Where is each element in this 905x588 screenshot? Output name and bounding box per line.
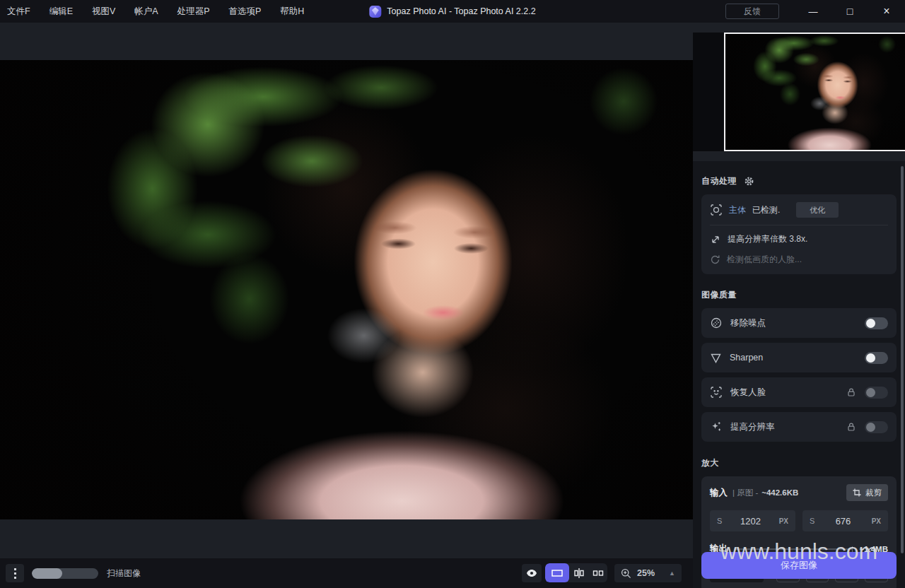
preview-thumbnail[interactable]	[724, 33, 905, 151]
window-title: Topaz Photo AI - Topaz Photo AI 2.2.2	[387, 6, 535, 16]
side-by-side-icon	[592, 569, 604, 577]
dimension-fields: S 1202 PX S 676 PX	[710, 510, 888, 531]
navigator-block	[693, 23, 905, 161]
denoise-icon	[710, 317, 723, 329]
output-slider[interactable]	[734, 548, 853, 550]
divider	[710, 225, 888, 225]
settings-panel: 自动处理 主体 已检测. 优化	[693, 161, 905, 588]
maximize-icon[interactable]: □	[831, 0, 868, 23]
quality-cards: 移除噪点 Sharpen 恢复人脸	[701, 308, 897, 442]
menu-preferences[interactable]: 首选项P	[229, 6, 262, 18]
app-window: 文件F 编辑E 视图V 帐户A 处理器P 首选项P 帮助H Topaz Phot…	[0, 0, 905, 588]
input-label: 输入	[710, 487, 728, 499]
menu-help[interactable]: 帮助H	[280, 6, 304, 18]
window-controls: 反馈 — □ ×	[725, 0, 905, 23]
face-recovery-toggle[interactable]	[865, 387, 888, 399]
menu-file[interactable]: 文件F	[7, 6, 30, 18]
image-canvas	[0, 23, 693, 558]
autopilot-section-header: 自动处理	[701, 175, 897, 187]
upscale-arrow-icon	[710, 234, 721, 245]
single-view-icon	[551, 568, 564, 578]
height-prefix: S	[810, 517, 814, 525]
lock-icon	[846, 422, 856, 432]
face-note: 检测低画质的人脸...	[727, 254, 802, 266]
menu-bar: 文件F 编辑E 视图V 帐户A 处理器P 首选项P 帮助H Topaz Phot…	[0, 0, 905, 23]
sharpen-icon	[710, 352, 722, 364]
denoise-toggle[interactable]	[865, 317, 888, 329]
caret-up-icon[interactable]: ▲	[669, 570, 675, 577]
scan-progress-fill	[32, 568, 62, 579]
sparkles-icon	[710, 421, 723, 433]
input-row: 输入 | 原图 - ~442.6KB 裁剪	[710, 484, 888, 501]
subject-status: 已检测.	[752, 204, 780, 216]
face-recovery-icon	[710, 386, 723, 399]
zoom-control[interactable]: 25% ▲	[614, 564, 682, 582]
height-value: 676	[814, 516, 871, 527]
preview-original-button[interactable]	[522, 564, 542, 582]
menu-account[interactable]: 帐户A	[134, 6, 158, 18]
height-unit: PX	[872, 517, 881, 525]
autopilot-title: 自动处理	[701, 175, 737, 187]
sharpen-toggle[interactable]	[865, 352, 888, 364]
save-image-button[interactable]: 保存图像	[701, 552, 897, 579]
upscale-note-row: 提高分辨率倍数 3.8x.	[710, 233, 888, 245]
lock-icon	[846, 387, 856, 397]
crop-button[interactable]: 裁剪	[846, 484, 888, 501]
split-view-button[interactable]	[569, 563, 588, 582]
crop-icon	[853, 488, 861, 497]
height-field[interactable]: S 676 PX	[802, 510, 888, 531]
view-mode-group	[545, 563, 607, 582]
scan-progress-bar	[32, 568, 98, 579]
side-by-side-view-button[interactable]	[588, 563, 607, 582]
photo-viewport[interactable]	[0, 60, 693, 519]
minimize-icon[interactable]: —	[795, 0, 831, 23]
quality-label: 恢复人脸	[730, 387, 766, 399]
quality-title: 图像质量	[701, 289, 737, 301]
main-menu: 文件F 编辑E 视图V 帐户A 处理器P 首选项P 帮助H	[0, 6, 304, 18]
quality-label: 移除噪点	[730, 317, 766, 329]
menu-processor[interactable]: 处理器P	[177, 6, 210, 18]
menu-edit[interactable]: 编辑E	[49, 6, 73, 18]
width-value: 1202	[722, 516, 778, 527]
feedback-button[interactable]: 反馈	[725, 4, 779, 19]
gear-icon[interactable]	[744, 176, 754, 187]
zoom-level-value: 25%	[637, 568, 655, 578]
optimize-button[interactable]: 优化	[796, 202, 839, 218]
subject-detect-icon	[710, 204, 723, 216]
window-title-area: Topaz Photo AI - Topaz Photo AI 2.2.2	[369, 6, 535, 18]
upscale-title: 放大	[701, 457, 719, 469]
quality-section-header: 图像质量	[701, 289, 897, 301]
upscale-quality-card[interactable]: 提高分辨率	[701, 412, 897, 442]
input-source: | 原图 -	[732, 488, 758, 498]
zoom-in-icon	[621, 568, 631, 579]
app-logo-icon	[369, 6, 381, 18]
face-note-row: 检测低画质的人脸...	[710, 254, 888, 266]
upscale-toggle[interactable]	[865, 421, 888, 433]
input-size: ~442.6KB	[761, 488, 798, 497]
sidebar-scrollbar[interactable]	[901, 166, 904, 553]
width-unit: PX	[779, 517, 788, 525]
menu-view[interactable]: 视图V	[92, 6, 115, 18]
eye-icon	[526, 569, 537, 577]
quality-label: 提高分辨率	[730, 421, 775, 433]
upscale-section-header: 放大	[701, 457, 897, 469]
status-bar: 扫描图像	[0, 558, 693, 588]
settings-sidebar: 自动处理 主体 已检测. 优化	[693, 23, 905, 588]
width-prefix: S	[717, 517, 722, 525]
refresh-icon	[710, 254, 720, 265]
upscale-note: 提高分辨率倍数 3.8x.	[728, 233, 807, 245]
close-icon[interactable]: ×	[868, 0, 905, 23]
scan-status-label: 扫描图像	[107, 568, 141, 580]
denoise-card[interactable]: 移除噪点	[701, 308, 897, 338]
split-view-icon	[573, 568, 585, 579]
quality-label: Sharpen	[730, 353, 763, 363]
autopilot-card: 主体 已检测. 优化 提高分辨率倍数 3.8x. 检测低画质的人脸...	[701, 194, 897, 274]
single-view-button[interactable]	[545, 563, 569, 582]
subject-row: 主体 已检测. 优化	[710, 202, 888, 218]
kebab-menu-icon[interactable]	[6, 564, 24, 582]
face-recovery-card[interactable]: 恢复人脸	[701, 377, 897, 407]
sharpen-card[interactable]: Sharpen	[701, 343, 897, 372]
subject-link[interactable]: 主体	[729, 204, 746, 216]
width-field[interactable]: S 1202 PX	[710, 510, 795, 531]
